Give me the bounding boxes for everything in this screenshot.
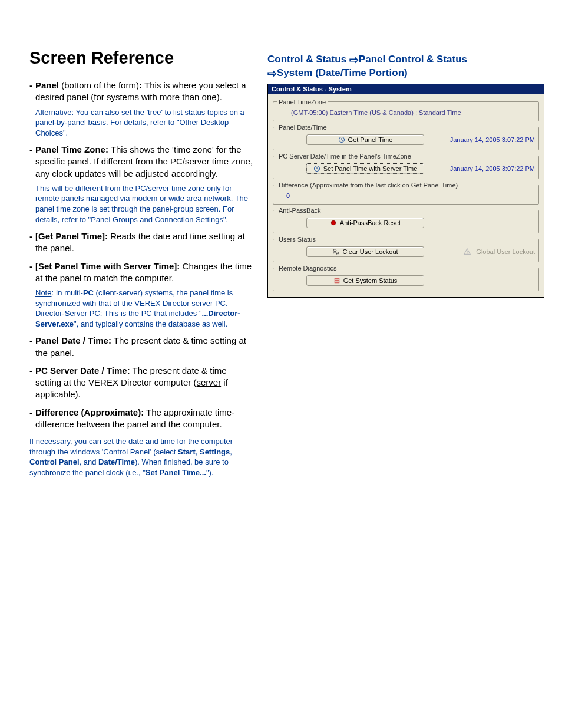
value-pc-server-datetime: January 14, 2005 3:07:22 PM	[441, 165, 535, 172]
item-difference: - Difference (Approximate): The approxim…	[29, 407, 253, 431]
label-set-panel-time: [Set Panel Time with Server Time]:	[35, 261, 180, 271]
legend-pc-server-datetime: PC Server Date/Time in the Panel's TimeZ…	[277, 153, 413, 160]
legend-panel-datetime: Panel Date/Time	[277, 124, 329, 131]
svg-rect-8	[335, 281, 339, 283]
legend-panel-timezone: Panel TimeZone	[277, 98, 328, 106]
svg-point-3	[334, 249, 337, 252]
clock-icon	[338, 136, 345, 143]
note-ptz: This will be different from the PC/serve…	[35, 183, 253, 225]
clock-icon	[313, 165, 320, 172]
server-icon	[333, 277, 340, 284]
arrow-right-icon: ⇨	[267, 68, 277, 79]
value-difference: 0	[277, 191, 535, 200]
panel-titlebar: Control & Status - System	[268, 84, 544, 94]
fieldset-anti-passback: Anti-PassBack Anti-PassBack Reset	[273, 207, 539, 233]
page-title: Screen Reference	[29, 48, 253, 68]
note-alternative: Alternative: You can also set the 'tree'…	[35, 107, 253, 139]
right-column: Control & Status ⇨Panel Control & Status…	[267, 29, 544, 481]
left-column: Screen Reference - Panel (bottom of the …	[29, 29, 253, 481]
fieldset-difference: Difference (Approximate from the last cl…	[273, 182, 539, 205]
global-user-lockout-label: Global User Lockout	[463, 248, 535, 256]
legend-anti-passback: Anti-PassBack	[277, 207, 323, 214]
label-get-panel-time: [Get Panel Time]:	[35, 231, 108, 241]
label-panel: Panel	[35, 80, 59, 90]
set-panel-time-button[interactable]: Set Panel Time with Server Time	[306, 163, 424, 174]
control-status-panel: Control & Status - System Panel TimeZone…	[267, 84, 544, 298]
item-get-panel-time: - [Get Panel Time]: Reads the date and t…	[29, 230, 253, 255]
svg-rect-7	[335, 278, 339, 280]
fieldset-users-status: Users Status Clear User Lockout Global U…	[273, 236, 539, 262]
right-heading: Control & Status ⇨Panel Control & Status…	[267, 53, 544, 80]
get-panel-time-button[interactable]: Get Panel Time	[306, 134, 424, 145]
user-lock-icon	[332, 248, 339, 255]
clear-user-lockout-button[interactable]: Clear User Lockout	[306, 246, 424, 257]
item-panel: - Panel (bottom of the form): This is wh…	[29, 80, 253, 104]
get-system-status-button[interactable]: Get System Status	[306, 275, 424, 286]
label-panel-datetime: Panel Date / Time:	[35, 335, 111, 345]
fieldset-panel-timezone: Panel TimeZone (GMT-05:00) Eastern Time …	[273, 98, 539, 121]
item-panel-datetime: - Panel Date / Time: The present date & …	[29, 335, 253, 359]
item-panel-time-zone: - Panel Time Zone: This shows the 'time …	[29, 144, 253, 180]
svg-point-2	[331, 220, 336, 225]
note-final: If necessary, you can set the date and t…	[29, 436, 253, 477]
fieldset-remote-diagnostics: Remote Diagnostics Get System Status	[273, 265, 539, 291]
label-panel-time-zone: Panel Time Zone:	[35, 144, 108, 154]
label-pc-server-datetime: PC Server Date / Time:	[35, 365, 130, 375]
svg-point-6	[467, 253, 468, 253]
warning-triangle-icon	[463, 248, 471, 256]
arrow-right-icon: ⇨	[349, 54, 359, 65]
anti-passback-reset-button[interactable]: Anti-PassBack Reset	[306, 218, 424, 228]
value-panel-timezone: (GMT-05:00) Eastern Time (US & Canada) ;…	[277, 108, 535, 117]
legend-users-status: Users Status	[277, 236, 318, 243]
legend-difference: Difference (Approximate from the last cl…	[277, 182, 459, 189]
note-multi-pc: Note: In multi-PC (client-server) system…	[35, 288, 253, 329]
red-dot-icon	[330, 219, 337, 226]
fieldset-panel-datetime: Panel Date/Time Get Panel Time January 1…	[273, 124, 539, 150]
legend-remote-diagnostics: Remote Diagnostics	[277, 265, 338, 272]
item-pc-server-datetime: - PC Server Date / Time: The present dat…	[29, 365, 253, 401]
value-panel-datetime: January 14, 2005 3:07:22 PM	[441, 136, 535, 143]
label-difference: Difference (Approximate):	[35, 407, 144, 417]
item-set-panel-time: - [Set Panel Time with Server Time]: Cha…	[29, 261, 253, 285]
fieldset-pc-server-datetime: PC Server Date/Time in the Panel's TimeZ…	[273, 153, 539, 179]
